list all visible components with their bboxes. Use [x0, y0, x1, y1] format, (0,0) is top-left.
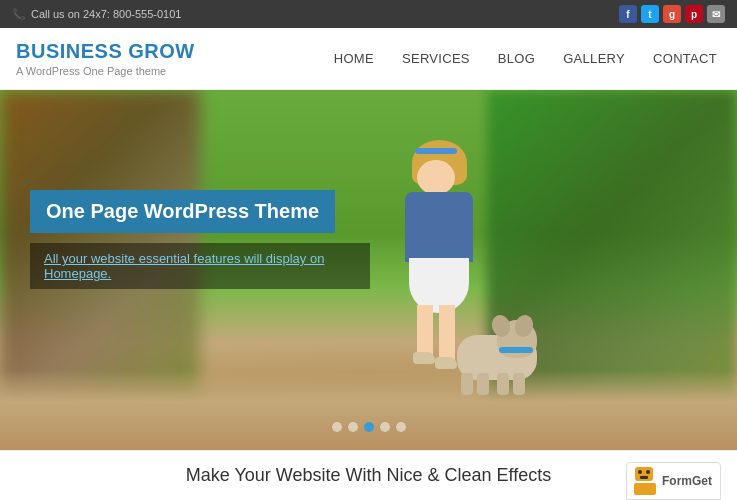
- child-leg-left: [417, 305, 433, 355]
- brand-tagline: A WordPress One Page theme: [16, 65, 195, 77]
- social-links: f t g p ✉: [619, 5, 725, 23]
- robot-eye-right: [646, 470, 650, 474]
- child-headband: [415, 148, 457, 154]
- formget-badge[interactable]: FormGet: [626, 462, 721, 500]
- robot-mouth: [640, 476, 648, 479]
- formget-robot-icon: [633, 467, 657, 495]
- top-bar: 📞 Call us on 24x7: 800-555-0101 f t g p …: [0, 0, 737, 28]
- carousel-dot-1[interactable]: [332, 422, 342, 432]
- hero-subtitle-link[interactable]: Homepage.: [44, 266, 111, 281]
- dog-leg-1: [461, 373, 473, 395]
- carousel-dot-4[interactable]: [380, 422, 390, 432]
- hero-content: One Page WordPress Theme All your websit…: [30, 190, 370, 289]
- nav-services[interactable]: SERVICES: [402, 51, 470, 66]
- robot-head: [635, 467, 653, 481]
- twitter-icon[interactable]: t: [641, 5, 659, 23]
- hero-title: One Page WordPress Theme: [46, 200, 319, 223]
- hero-subtitle-box: All your website essential features will…: [30, 243, 370, 289]
- nav-blog[interactable]: BLOG: [498, 51, 535, 66]
- pinterest-icon[interactable]: p: [685, 5, 703, 23]
- footer-text: Make Your Website With Nice & Clean Effe…: [186, 465, 552, 486]
- nav-home[interactable]: HOME: [334, 51, 374, 66]
- child-jacket: [405, 192, 473, 262]
- dog-leg-3: [497, 373, 509, 395]
- formget-label: FormGet: [662, 474, 712, 488]
- hero-subtitle: All your website essential features will…: [44, 251, 356, 281]
- hero-subtitle-prefix: All your website essential features will…: [44, 251, 324, 266]
- email-icon[interactable]: ✉: [707, 5, 725, 23]
- child-shoe-left: [413, 352, 435, 364]
- phone-text: Call us on 24x7: 800-555-0101: [31, 8, 181, 20]
- nav-gallery[interactable]: GALLERY: [563, 51, 625, 66]
- brand-name[interactable]: BUSINESS GROW: [16, 40, 195, 63]
- facebook-icon[interactable]: f: [619, 5, 637, 23]
- main-nav: HOME SERVICES BLOG GALLERY CONTACT: [334, 51, 717, 66]
- phone-icon: 📞: [12, 8, 26, 21]
- hero-section: One Page WordPress Theme All your websit…: [0, 90, 737, 450]
- carousel-dots: [332, 422, 406, 432]
- hero-title-box: One Page WordPress Theme: [30, 190, 335, 233]
- nav-contact[interactable]: CONTACT: [653, 51, 717, 66]
- footer-bar: Make Your Website With Nice & Clean Effe…: [0, 450, 737, 500]
- dog-collar: [499, 347, 533, 353]
- carousel-dot-2[interactable]: [348, 422, 358, 432]
- googleplus-icon[interactable]: g: [663, 5, 681, 23]
- robot-body: [634, 483, 656, 495]
- dog-leg-2: [477, 373, 489, 395]
- carousel-dot-3[interactable]: [364, 422, 374, 432]
- header: BUSINESS GROW A WordPress One Page theme…: [0, 28, 737, 90]
- dog-leg-4: [513, 373, 525, 395]
- robot-eye-left: [638, 470, 642, 474]
- phone-info: 📞 Call us on 24x7: 800-555-0101: [12, 8, 181, 21]
- child-body: [397, 140, 477, 320]
- dog-figure: [437, 315, 557, 395]
- brand: BUSINESS GROW A WordPress One Page theme: [16, 40, 195, 77]
- carousel-dot-5[interactable]: [396, 422, 406, 432]
- child-face: [417, 160, 455, 195]
